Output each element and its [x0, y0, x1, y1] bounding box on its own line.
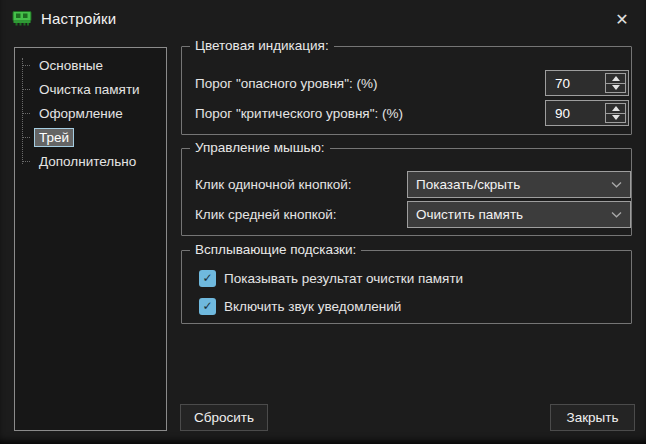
sidebar-item-label: Очистка памяти: [34, 80, 145, 99]
spinner-buttons: [605, 103, 626, 123]
chevron-down-icon: [611, 181, 622, 188]
sidebar-item-label: Трей: [34, 128, 74, 147]
ram-stick-icon: [12, 10, 32, 26]
triangle-up-icon: [612, 106, 620, 111]
settings-category-tree: Основные Очистка памяти Оформление Трей …: [14, 47, 167, 431]
single-click-label: Клик одиночной кнопкой:: [195, 171, 352, 198]
dropdown-selected-value: Показать/скрыть: [416, 177, 520, 192]
show-cleanup-result-checkbox[interactable]: ✓: [199, 270, 216, 287]
show-cleanup-result-row: ✓ Показывать результат очистки памяти: [199, 269, 463, 287]
notification-sound-checkbox[interactable]: ✓: [199, 298, 216, 315]
triangle-down-icon: [612, 115, 620, 120]
checkbox-label: Включить звук уведомлений: [224, 299, 401, 314]
group-tooltips: Всплывающие подсказки: ✓ Показывать резу…: [181, 250, 632, 324]
close-icon[interactable]: ✕: [609, 6, 635, 32]
sidebar-item-general[interactable]: Основные: [22, 54, 108, 76]
sidebar-item-memory-cleanup[interactable]: Очистка памяти: [22, 78, 145, 100]
sidebar-item-tray[interactable]: Трей: [22, 126, 74, 148]
titlebar: Настройки ✕: [0, 0, 646, 36]
spinner-up-button[interactable]: [606, 74, 625, 84]
single-click-dropdown[interactable]: Показать/скрыть: [407, 171, 631, 198]
spinner-value: 90: [555, 106, 570, 121]
reset-button[interactable]: Сбросить: [180, 404, 268, 431]
sidebar-item-appearance[interactable]: Оформление: [22, 102, 128, 124]
window-title: Настройки: [41, 10, 116, 27]
chevron-down-icon: [611, 211, 622, 218]
group-mouse-control: Управление мышью: Клик одиночной кнопкой…: [181, 148, 632, 236]
group-title: Цветовая индикация:: [190, 38, 334, 53]
dropdown-selected-value: Очистить память: [416, 207, 523, 222]
checkbox-label: Показывать результат очистки памяти: [224, 271, 463, 286]
critical-threshold-label: Порог "критического уровня": (%): [195, 100, 403, 127]
group-title: Управление мышью:: [190, 140, 330, 155]
triangle-up-icon: [612, 76, 620, 81]
sidebar-item-advanced[interactable]: Дополнительно: [22, 150, 141, 172]
spinner-value: 70: [555, 76, 570, 91]
middle-click-label: Клик средней кнопкой:: [195, 201, 337, 228]
critical-threshold-spinner[interactable]: 90: [545, 100, 629, 126]
close-button[interactable]: Закрыть: [550, 404, 635, 431]
sidebar-item-label: Основные: [34, 56, 108, 75]
sidebar-item-label: Дополнительно: [34, 152, 141, 171]
spinner-buttons: [605, 73, 626, 93]
danger-threshold-spinner[interactable]: 70: [545, 70, 629, 96]
group-color-indication: Цветовая индикация: Порог "опасного уров…: [181, 46, 632, 135]
settings-dialog: Настройки ✕ Основные Очистка памяти Офор…: [0, 0, 646, 444]
spinner-up-button[interactable]: [606, 104, 625, 114]
notification-sound-row: ✓ Включить звук уведомлений: [199, 297, 401, 315]
spinner-down-button[interactable]: [606, 114, 625, 123]
spinner-down-button[interactable]: [606, 84, 625, 93]
triangle-down-icon: [612, 85, 620, 90]
danger-threshold-label: Порог "опасного уровня": (%): [195, 70, 377, 97]
sidebar-item-label: Оформление: [34, 104, 128, 123]
group-title: Всплывающие подсказки:: [190, 242, 361, 257]
middle-click-dropdown[interactable]: Очистить память: [407, 201, 631, 228]
